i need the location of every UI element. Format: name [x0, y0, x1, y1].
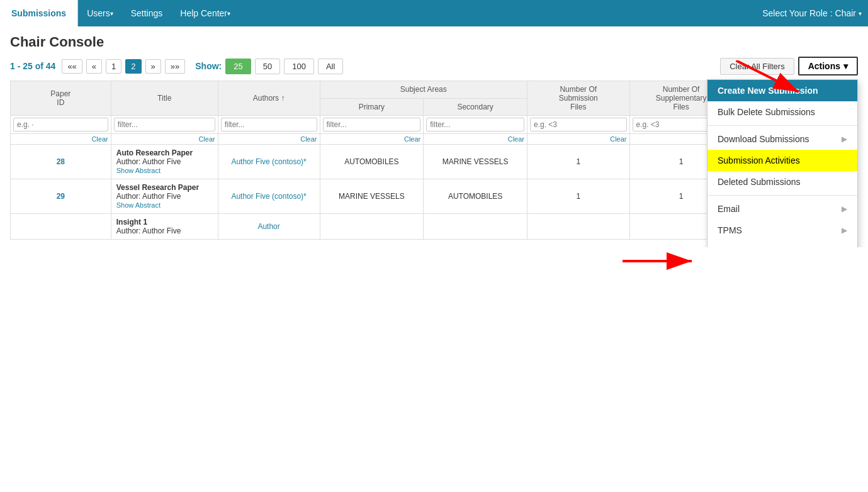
clear-link-primary[interactable]: Clear — [404, 135, 420, 143]
author-line: Author: Author Five — [116, 157, 213, 166]
menu-item-tpms[interactable]: TPMS ▶ — [707, 220, 857, 241]
clear-link-num-submission[interactable]: Clear — [610, 135, 626, 143]
cell-num-submission: 1 — [527, 145, 630, 179]
clear-cell-primary: Clear — [320, 134, 424, 145]
show-abstract-link[interactable]: Show Abstract — [116, 167, 161, 174]
clear-cell-num-submission: Clear — [527, 134, 630, 145]
pagination-last-button[interactable]: »» — [165, 59, 185, 74]
role-label: Select Your Role : — [762, 8, 832, 18]
col-header-subject-areas: Subject Areas — [320, 81, 527, 99]
show-100-button[interactable]: 100 — [284, 59, 314, 74]
cell-secondary: MARINE VESSELS — [424, 145, 527, 179]
menu-item-submission-activities[interactable]: Submission Activities — [707, 150, 857, 171]
col-header-num-submission-files: Number OfSubmissionFiles — [527, 81, 630, 116]
cell-num-submission — [527, 214, 630, 240]
cell-title: Auto Research Paper Author: Author Five … — [111, 145, 218, 179]
pagination-page2-button[interactable]: 2 — [125, 59, 141, 74]
actions-dropdown-container: Actions ▾ Create New Submission Bulk Del… — [798, 57, 858, 75]
clear-cell-title: Clear — [111, 134, 218, 145]
download-submenu-arrow-icon: ▶ — [842, 135, 847, 143]
show-25-button[interactable]: 25 — [225, 59, 251, 74]
filter-input-authors[interactable] — [221, 118, 317, 131]
pagination-prev-button[interactable]: « — [86, 59, 102, 74]
paper-id-value[interactable]: 29 — [57, 192, 65, 201]
filter-input-paper-id[interactable] — [13, 118, 108, 131]
cell-paper-id — [11, 214, 111, 240]
col-header-primary: Primary — [320, 98, 424, 116]
cell-paper-id: 28 — [11, 145, 111, 179]
author-name[interactable]: Author Five (contoso)* — [231, 157, 306, 166]
author-line: Author: Author Five — [116, 226, 213, 235]
helpcenter-caret-icon: ▾ — [227, 10, 230, 17]
paper-id-value[interactable]: 28 — [57, 157, 65, 166]
clear-cell-secondary: Clear — [424, 134, 527, 145]
cell-authors: Author Five (contoso)* — [218, 179, 320, 214]
tpms-submenu-arrow-icon: ▶ — [842, 226, 847, 235]
col-header-title: Title — [111, 81, 218, 116]
page-content: Chair Console 1 - 25 of 44 «« « 1 2 » »»… — [0, 26, 868, 247]
pagination-page1-button[interactable]: 1 — [106, 59, 121, 74]
show-all-button[interactable]: All — [318, 59, 343, 74]
author-name[interactable]: Author Five (contoso)* — [231, 192, 306, 201]
cell-num-submission: 1 — [527, 179, 630, 214]
cell-secondary — [424, 214, 527, 240]
role-dropdown-button[interactable]: Chair ▾ — [835, 8, 862, 18]
cell-primary — [320, 214, 424, 240]
cell-authors: Author — [218, 214, 320, 240]
page-title: Chair Console — [10, 34, 858, 50]
nav-item-users[interactable]: Users ▾ — [78, 0, 122, 26]
col-header-secondary: Secondary — [424, 98, 527, 116]
filter-cell-paper-id — [11, 116, 111, 134]
nav-item-settings[interactable]: Settings — [122, 0, 172, 26]
divider-2 — [707, 195, 857, 196]
menu-item-ithenticate[interactable]: iThenticate ▶ — [707, 241, 857, 247]
clear-all-filters-button[interactable]: Clear All Filters — [720, 58, 794, 75]
nav-role-section: Select Your Role : Chair ▾ — [762, 8, 868, 18]
menu-item-create-new-submission[interactable]: Create New Submission — [707, 80, 857, 101]
cell-primary: AUTOMOBILES — [320, 145, 424, 179]
show-label: Show: — [195, 61, 222, 71]
divider-1 — [707, 125, 857, 126]
show-50-button[interactable]: 50 — [255, 59, 280, 74]
top-nav: Submissions Users ▾ Settings Help Center… — [0, 0, 868, 26]
menu-item-deleted-submissions[interactable]: Deleted Submissions — [707, 171, 857, 193]
filter-cell-primary — [320, 116, 424, 134]
clear-link-paper-id[interactable]: Clear — [91, 135, 108, 143]
users-caret-icon: ▾ — [110, 10, 113, 17]
cell-title: Vessel Research Paper Author: Author Fiv… — [111, 179, 218, 214]
clear-cell-authors: Clear — [218, 134, 320, 145]
pagination-bar: 1 - 25 of 44 «« « 1 2 » »» Show: 25 50 1… — [10, 57, 858, 75]
author-name[interactable]: Author — [257, 222, 279, 231]
pagination-next-button[interactable]: » — [145, 59, 161, 74]
cell-authors: Author Five (contoso)* — [218, 145, 320, 179]
author-line: Author: Author Five — [116, 192, 213, 201]
filter-cell-num-submission — [527, 116, 630, 134]
actions-button[interactable]: Actions ▾ — [798, 57, 858, 75]
show-abstract-link[interactable]: Show Abstract — [116, 201, 161, 209]
menu-item-bulk-delete[interactable]: Bulk Delete Submissions — [707, 101, 857, 123]
col-header-authors: Authors ↑ — [218, 81, 320, 116]
cell-primary: MARINE VESSELS — [320, 179, 424, 214]
filter-input-num-submission[interactable] — [530, 118, 627, 131]
actions-dropdown-menu: Create New Submission Bulk Delete Submis… — [707, 79, 858, 247]
menu-item-download-submissions[interactable]: Download Submissions ▶ — [707, 128, 857, 150]
filter-input-secondary[interactable] — [426, 118, 524, 131]
filter-cell-authors — [218, 116, 320, 134]
clear-link-title[interactable]: Clear — [198, 135, 215, 143]
filter-input-primary[interactable] — [323, 118, 421, 131]
role-caret-icon: ▾ — [859, 10, 862, 17]
nav-item-helpcenter[interactable]: Help Center ▾ — [171, 0, 239, 26]
clear-cell-paper-id: Clear — [11, 134, 111, 145]
filter-cell-title — [111, 116, 218, 134]
nav-tab-submissions[interactable]: Submissions — [0, 0, 78, 26]
email-submenu-arrow-icon: ▶ — [842, 204, 847, 213]
pagination-info: 1 - 25 of 44 — [10, 61, 55, 71]
col-header-paper-id: PaperID — [11, 81, 111, 116]
clear-link-secondary[interactable]: Clear — [508, 135, 524, 143]
actions-caret-icon: ▾ — [843, 61, 848, 71]
pagination-first-button[interactable]: «« — [62, 59, 82, 74]
clear-link-authors[interactable]: Clear — [300, 135, 317, 143]
filter-input-title[interactable] — [114, 118, 215, 131]
menu-item-email[interactable]: Email ▶ — [707, 198, 857, 220]
title-text: Auto Research Paper — [116, 148, 213, 157]
